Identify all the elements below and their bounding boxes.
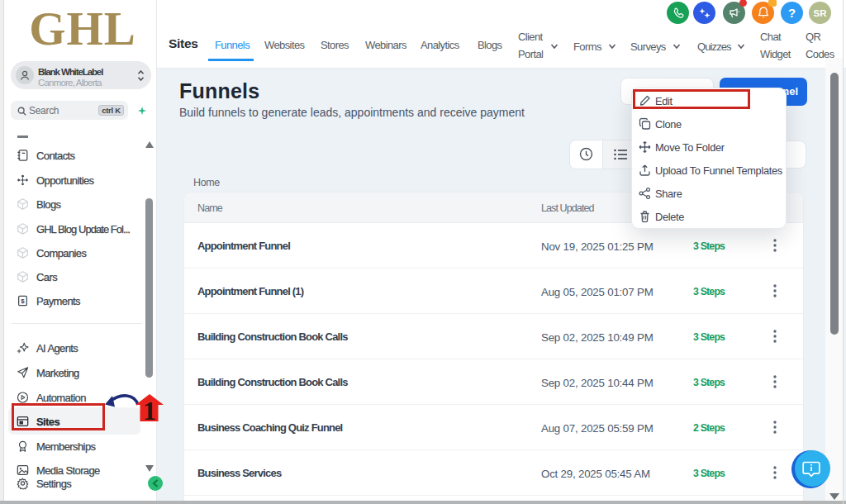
svg-text:1: 1 [143,396,156,426]
svg-text:$: $ [21,297,25,305]
